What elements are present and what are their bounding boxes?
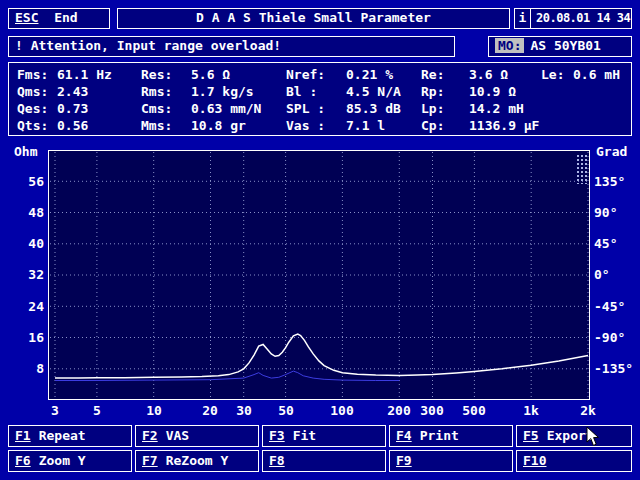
x-tick: 20: [202, 404, 218, 417]
f2-key-label: F2: [142, 428, 158, 443]
y-tick-right: -45°: [594, 300, 625, 313]
f5-key-label: F5: [523, 428, 539, 443]
param-row: Qts:0.56 Mms:10.8 gr Vas :7.1 l Cp:1136.…: [9, 118, 631, 135]
param-le: Le:0.6 mH: [541, 67, 620, 82]
param-spl: SPL :85.3 dB: [286, 101, 401, 116]
datetime-label: 20.08.01 14 34: [536, 11, 630, 25]
fkey-f10[interactable]: F10: [516, 450, 632, 472]
y-tick-right: 45°: [594, 237, 617, 250]
param-cms: Cms:0.63 mm/N: [141, 101, 261, 116]
x-tick: 200: [387, 404, 410, 417]
x-tick: 100: [330, 404, 353, 417]
esc-end-button[interactable]: ESC End: [8, 8, 110, 29]
f3-label: Fit: [293, 428, 316, 443]
esc-key-label: ESC: [15, 10, 38, 25]
param-row: Qms:2.43 Rms:1.7 kg/s Bl :4.5 N/A Rp:10.…: [9, 84, 631, 101]
y-tick-left: 24: [10, 300, 44, 313]
param-row: Fms:61.1 Hz Res:5.6 Ω Nref:0.21 % Re:3.6…: [9, 67, 631, 84]
daas-app-window: ESC End D A A S Thiele Small Parameter i…: [0, 0, 640, 480]
x-tick: 50: [278, 404, 294, 417]
f4-key-label: F4: [396, 428, 412, 443]
x-tick: 30: [236, 404, 252, 417]
param-qms: Qms:2.43: [17, 84, 88, 99]
plot-scroll-marker-icon: [576, 154, 589, 184]
f2-label: VAS: [166, 428, 189, 443]
y-tick-right: 90°: [594, 206, 617, 219]
f9-key-label: F9: [396, 453, 412, 468]
y-tick-left: 48: [10, 206, 44, 219]
fkey-f6-zoom-y[interactable]: F6Zoom Y: [8, 450, 132, 472]
y-tick-left: 32: [10, 268, 44, 281]
y-tick-left: 40: [10, 237, 44, 250]
param-nref: Nref:0.21 %: [286, 67, 393, 82]
mouse-cursor: [586, 426, 600, 447]
esc-action-label: End: [54, 10, 77, 25]
info-datetime-box: i20.08.01 14 34: [514, 8, 632, 29]
y-tick-left: 16: [10, 331, 44, 344]
warning-text: ! Attention, Input range overload!: [15, 38, 281, 53]
param-rp: Rp:10.9 Ω: [421, 84, 516, 99]
param-fms: Fms:61.1 Hz: [17, 67, 112, 82]
param-mms: Mms:10.8 gr: [141, 118, 246, 133]
f4-label: Print: [420, 428, 459, 443]
x-tick: 500: [462, 404, 485, 417]
param-re: Re:3.6 Ω: [421, 67, 508, 82]
param-lp: Lp:14.2 mH: [421, 101, 524, 116]
model-value: AS 50YB01: [530, 38, 600, 53]
fkey-f8[interactable]: F8: [262, 450, 386, 472]
param-row: Qes:0.73 Cms:0.63 mm/N SPL :85.3 dB Lp:1…: [9, 101, 631, 118]
param-rms: Rms:1.7 kg/s: [141, 84, 254, 99]
info-icon[interactable]: i: [515, 9, 531, 28]
y-tick-left: 56: [10, 175, 44, 188]
param-cp: Cp:1136.9 µF: [421, 118, 539, 133]
x-tick: 3: [51, 404, 59, 417]
f6-key-label: F6: [15, 453, 31, 468]
title-bar: D A A S Thiele Small Parameter: [117, 8, 510, 29]
f3-key-label: F3: [269, 428, 285, 443]
y-tick-right: -90°: [594, 331, 625, 344]
fkey-f3-fit[interactable]: F3Fit: [262, 425, 386, 447]
fkey-f2-vas[interactable]: F2VAS: [135, 425, 259, 447]
y-tick-right: -135°: [594, 362, 633, 375]
x-tick: 10: [146, 404, 162, 417]
fkey-f1-repeat[interactable]: F1Repeat: [8, 425, 132, 447]
param-bl: Bl :4.5 N/A: [286, 84, 401, 99]
x-tick: 5: [93, 404, 101, 417]
y-tick-right: 0°: [594, 268, 610, 281]
fkey-f4-print[interactable]: F4Print: [389, 425, 513, 447]
y-axis-unit-left: Ohm: [14, 145, 37, 158]
f6-label: Zoom Y: [39, 453, 86, 468]
thiele-small-parameter-panel: Fms:61.1 Hz Res:5.6 Ω Nref:0.21 % Re:3.6…: [8, 62, 632, 136]
fkey-f9[interactable]: F9: [389, 450, 513, 472]
param-vas: Vas :7.1 l: [286, 118, 385, 133]
f10-key-label: F10: [523, 453, 546, 468]
x-tick: 1k: [523, 404, 539, 417]
model-box: MO:AS 50YB01: [488, 36, 632, 57]
f1-label: Repeat: [39, 428, 86, 443]
f7-label: ReZoom Y: [166, 453, 229, 468]
y-tick-right: 135°: [594, 175, 625, 188]
fkey-f7-rezoom-y[interactable]: F7ReZoom Y: [135, 450, 259, 472]
x-tick: 300: [420, 404, 443, 417]
f1-key-label: F1: [15, 428, 31, 443]
warning-bar: ! Attention, Input range overload!: [8, 36, 455, 57]
page-title: D A A S Thiele Small Parameter: [196, 10, 431, 25]
param-qts: Qts:0.56: [17, 118, 88, 133]
x-tick: 2k: [580, 404, 596, 417]
impedance-plot[interactable]: [48, 150, 590, 400]
y-tick-left: 8: [10, 362, 44, 375]
param-res: Res:5.6 Ω: [141, 67, 230, 82]
fkey-f5-export[interactable]: F5Export: [516, 425, 632, 447]
f7-key-label: F7: [142, 453, 158, 468]
model-key-label: MO:: [495, 38, 524, 53]
param-qes: Qes:0.73: [17, 101, 88, 116]
f8-key-label: F8: [269, 453, 285, 468]
y-axis-unit-right: Grad: [596, 145, 627, 158]
